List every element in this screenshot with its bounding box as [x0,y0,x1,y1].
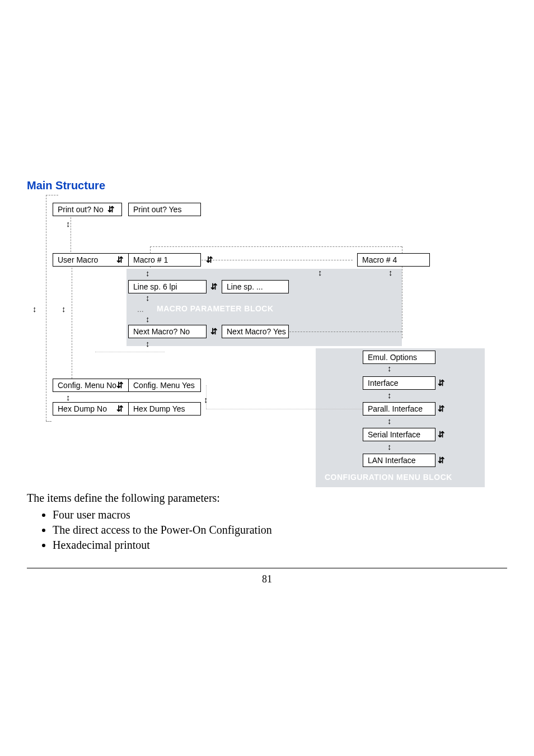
label: Print out? Yes [133,205,181,214]
arrow-icon: ⇵ [116,255,124,264]
label: User Macro [58,255,98,264]
label: Print out? No [58,205,104,214]
label: Macro # 1 [133,255,168,264]
node-serial: Serial Interface [363,428,435,441]
arrow-icon: ↕ [387,442,392,451]
menu-diagram: Print out? No ⇵ Print out? Yes ↕ User Ma… [27,195,486,486]
config-block-label: CONFIGURATION MENU BLOCK [325,473,452,482]
arrow-icon: ↕ [146,293,150,302]
horizontal-rule [27,568,507,568]
ellipsis: ... [137,305,144,314]
label: Next Macro? No [133,327,190,336]
node-linesp: Line sp. ... [222,280,289,293]
bullet-item: Four user macros [53,508,272,521]
arrow-icon: ⇵ [438,404,445,413]
page-number: 81 [0,573,534,585]
arrow-icon: ⇵ [206,255,213,264]
label: Config. Menu Yes [133,381,195,390]
node-hex-yes: Hex Dump Yes [128,402,201,416]
label: Emul. Options [368,353,417,362]
node-linesp6: Line sp. 6 lpi [128,280,207,293]
node-macro4: Macro # 4 [357,253,430,267]
arrow-icon: ⇵ [107,205,115,213]
node-lan: LAN Interface [363,454,435,467]
arrow-icon: ⇵ [438,379,445,387]
label: Hex Dump No [58,404,107,413]
label: Serial Interface [368,430,420,439]
arrow-icon: ⇵ [438,456,445,464]
arrow-icon: ↕ [66,220,71,228]
macro-block-label: MACRO PARAMETER BLOCK [157,304,274,313]
label: Macro # 4 [362,255,397,264]
arrow-icon: ↕ [62,305,66,313]
arrow-icon: ↕ [204,395,208,404]
node-config-yes: Config. Menu Yes [128,379,201,392]
arrow-icon: ⇵ [438,430,445,438]
section-heading: Main Structure [27,179,105,192]
arrow-icon: ↕ [146,269,150,277]
label: Hex Dump Yes [133,404,185,413]
label: LAN Interface [368,456,416,465]
node-nextmacro-yes: Next Macro? Yes [222,325,289,338]
node-nextmacro-no: Next Macro? No [128,325,207,338]
node-emul: Emul. Options [363,351,435,364]
label: Line sp. 6 lpi [133,282,177,291]
arrow-icon: ↕ [66,393,71,402]
bullet-list: Four user macros The direct access to th… [27,506,272,554]
label: Config. Menu No [58,381,116,390]
node-printout-yes: Print out? Yes [128,203,201,216]
node-macro1: Macro # 1 [128,253,201,267]
arrow-icon: ↕ [32,305,37,313]
arrow-icon: ⇵ [210,327,218,335]
bullet-item: The direct access to the Power-On Config… [53,524,272,536]
arrow-icon: ↕ [318,268,322,277]
label: Next Macro? Yes [227,327,286,336]
arrow-icon: ↕ [146,339,150,348]
arrow-icon: ↕ [387,364,392,372]
arrow-icon: ⇵ [116,381,124,389]
arrow-icon: ↕ [387,391,392,399]
intro-text: The items define the following parameter… [27,492,220,505]
arrow-icon: ↕ [387,417,392,425]
arrow-icon: ↕ [146,315,150,323]
node-interface: Interface [363,376,435,390]
arrow-icon: ⇵ [116,404,124,413]
bullet-item: Hexadecimal printout [53,539,272,552]
arrow-icon: ↕ [388,268,393,277]
label: Interface [368,379,398,388]
node-parall: Parall. Interface [363,402,435,416]
arrow-icon: ⇵ [210,282,218,291]
label: Parall. Interface [368,404,423,413]
label: Line sp. ... [227,282,263,291]
